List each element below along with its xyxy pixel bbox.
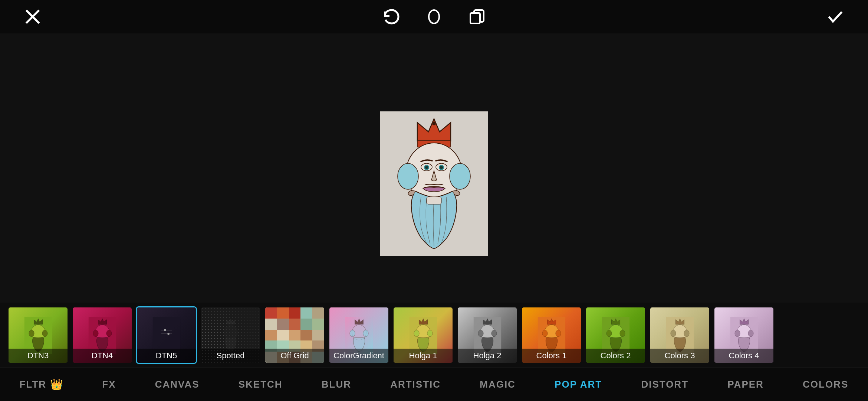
svg-point-49 [478,330,483,336]
svg-rect-17 [427,197,441,204]
svg-point-9 [398,163,418,189]
filter-label-dtn5: DTN5 [137,349,196,363]
header [0,0,868,33]
filter-offgrid[interactable]: Off Grid [264,306,325,364]
nav-blur[interactable]: BLUR [314,375,359,394]
filter-label-holga2: Holga 2 [458,349,517,363]
filter-dtn3[interactable]: DTN3 [7,306,69,364]
nav-label-distort: DISTORT [641,379,688,390]
eraser-button[interactable] [424,6,444,27]
svg-point-13 [425,166,428,169]
filter-dtn5[interactable]: DTN5 [136,306,197,364]
filter-label-dtn4: DTN4 [73,349,132,363]
filter-label-colorgradient: ColorGradient [329,349,388,363]
svg-point-16 [440,166,443,169]
main-canvas [0,33,868,334]
copy-button[interactable] [467,6,487,27]
nav-distort[interactable]: DISTORT [634,375,696,394]
filter-strip: DTN3 DTN4 DTN5 [0,303,868,368]
filter-label-spotted: Spotted [201,349,260,363]
svg-point-45 [427,330,432,336]
svg-point-55 [555,330,560,336]
svg-point-27 [106,330,111,336]
filter-label-colors1: Colors 1 [522,349,581,363]
svg-point-70 [748,330,753,336]
nav-label-fx: FX [102,379,116,390]
nav-paper[interactable]: PAPER [720,375,771,394]
nav-canvas[interactable]: CANVAS [148,375,207,394]
svg-point-2 [429,10,439,23]
filter-label-colors3: Colors 3 [650,349,709,363]
filter-colors4[interactable]: Colors 4 [713,306,775,364]
svg-point-59 [606,330,611,336]
svg-rect-28 [152,317,180,354]
filter-holga1[interactable]: Holga 1 [392,306,454,364]
image-container [380,111,488,256]
svg-point-40 [363,330,368,336]
svg-point-44 [414,330,419,336]
svg-point-22 [42,330,47,336]
undo-button[interactable] [381,6,401,27]
filter-label-dtn3: DTN3 [9,349,68,363]
nav-label-canvas: CANVAS [155,379,200,390]
bottom-nav: FLTR 👑 FX CANVAS SKETCH BLUR ARTISTIC MA… [0,368,868,401]
nav-magic[interactable]: MAGIC [472,375,523,394]
svg-point-65 [684,330,689,336]
nav-label-artistic: ARTISTIC [390,379,441,390]
filter-label-colors2: Colors 2 [586,349,645,363]
nav-label-popart: POP ART [555,379,602,390]
filter-holga2[interactable]: Holga 2 [457,306,518,364]
filter-colors3[interactable]: Colors 3 [649,306,710,364]
svg-point-32 [167,333,169,335]
svg-point-64 [670,330,675,336]
king-drawing [380,111,488,256]
svg-point-39 [349,330,355,336]
nav-fx[interactable]: FX [95,375,123,394]
close-button[interactable] [22,6,43,27]
nav-label-fltr: FLTR [20,379,47,390]
crown-icon: 👑 [50,378,63,391]
filter-spotted[interactable]: Spotted [200,306,261,364]
svg-point-69 [734,330,740,336]
nav-label-colors: COLORS [803,379,848,390]
nav-artistic[interactable]: ARTISTIC [383,375,448,394]
filter-label-holga1: Holga 1 [394,349,453,363]
nav-popart[interactable]: POP ART [547,375,609,394]
nav-colors[interactable]: COLORS [795,375,856,394]
filter-colors1[interactable]: Colors 1 [521,306,582,364]
header-center-controls [381,6,487,27]
svg-point-10 [450,163,470,189]
nav-sketch[interactable]: SKETCH [231,375,290,394]
nav-label-paper: PAPER [727,379,764,390]
svg-rect-3 [470,13,480,23]
confirm-button[interactable] [825,6,846,27]
svg-point-21 [29,330,34,336]
filter-label-offgrid: Off Grid [265,349,324,363]
filter-dtn4[interactable]: DTN4 [72,306,133,364]
svg-point-26 [93,330,98,336]
filter-label-colors4: Colors 4 [714,349,773,363]
svg-point-60 [619,330,625,336]
filter-colors2[interactable]: Colors 2 [585,306,646,364]
nav-label-blur: BLUR [322,379,351,390]
king-svg [380,111,488,256]
nav-label-magic: MAGIC [480,379,516,390]
filter-colorgradient[interactable]: ColorGradient [328,306,389,364]
svg-point-54 [542,330,547,336]
svg-point-50 [491,330,496,336]
svg-point-30 [164,329,166,331]
nav-fltr[interactable]: FLTR 👑 [12,375,71,394]
nav-label-sketch: SKETCH [239,379,283,390]
